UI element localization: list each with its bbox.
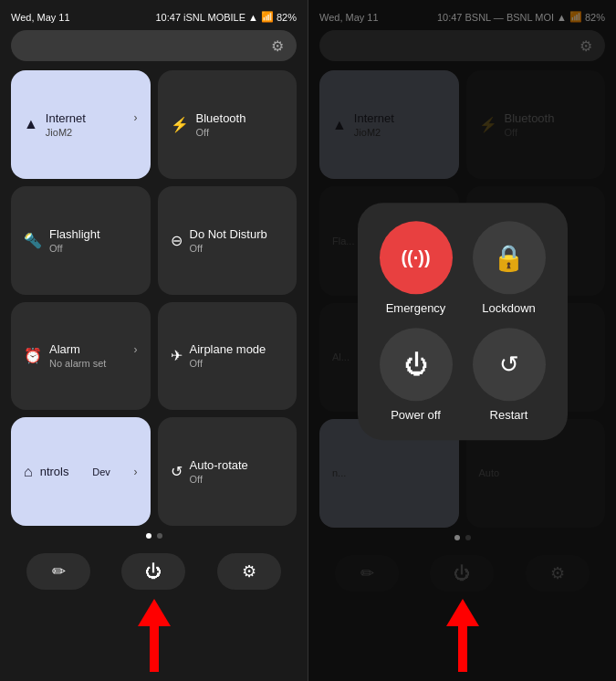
left-red-arrow [138,599,171,672]
lockdown-label: Lockdown [482,301,536,315]
tile-dnd[interactable]: ⊖ Do Not Disturb Off [158,186,298,295]
power-menu: ((·)) Emergency 🔒 Lockdown ⏻ Power off ↺ [358,203,568,440]
alarm-tile-icon: ⏰ [24,347,42,364]
left-arrow-area [11,595,297,672]
right-red-arrow [446,599,479,672]
quick-settings-grid-left: ▲ Internet › JioM2 ⚡ Bluetooth Off [11,70,297,526]
left-carrier: iSNL MOBILE [183,12,245,23]
page-dots-left [11,533,297,539]
left-status-bar: Wed, May 11 10:47 iSNL MOBILE ▲ 📶 82% [11,9,297,25]
edit-button[interactable]: ✏ [26,553,90,590]
pencil-icon: ✏ [52,561,66,581]
power-menu-poweroff[interactable]: ⏻ Power off [376,328,456,422]
left-time: 10:47 [155,12,181,23]
poweroff-icon: ⏻ [404,351,428,379]
bottom-bar-left: ✏ ⏻ ⚙ [11,546,297,595]
signal-icon: 📶 [261,11,274,23]
left-status-right: 10:47 iSNL MOBILE ▲ 📶 82% [155,11,297,23]
restart-label: Restart [490,408,528,422]
tile-autorotate[interactable]: ↺ Auto-rotate Off [158,417,298,526]
left-arrow-head [138,599,171,626]
dot-2 [157,533,162,539]
emergency-label: Emergency [386,301,446,315]
power-menu-lockdown[interactable]: 🔒 Lockdown [469,221,549,315]
tile-internet[interactable]: ▲ Internet › JioM2 [11,70,151,179]
power-button-left[interactable]: ⏻ [121,553,185,590]
lockdown-circle: 🔒 [473,221,546,294]
poweroff-label: Power off [391,408,441,422]
left-date: Wed, May 11 [11,12,70,23]
settings-button[interactable]: ⚙ [217,553,281,590]
right-arrow-head [446,599,479,626]
power-menu-emergency[interactable]: ((·)) Emergency [376,221,456,315]
emergency-circle: ((·)) [380,221,453,294]
left-phone-panel: Wed, May 11 10:47 iSNL MOBILE ▲ 📶 82% ⚙ … [0,0,308,681]
wifi-icon: ▲ [248,12,258,23]
battery-left: 82% [277,12,297,23]
tile-controls[interactable]: ⌂ ntrols Dev › [11,417,151,526]
tile-flashlight[interactable]: 🔦 Flashlight Off [11,186,151,295]
right-arrow-area [319,597,605,672]
restart-icon: ↺ [499,351,519,379]
wifi-tile-icon: ▲ [24,116,38,132]
tile-alarm[interactable]: ⏰ Alarm › No alarm set [11,302,151,411]
autorotate-tile-icon: ↺ [171,463,183,480]
gear-icon-left: ⚙ [242,561,256,581]
brightness-slider-left[interactable]: ⚙ [11,30,297,61]
airplane-tile-icon: ✈ [171,347,183,364]
dnd-tile-icon: ⊖ [171,232,183,249]
brightness-icon-left: ⚙ [271,37,284,55]
restart-circle: ↺ [473,328,546,401]
lockdown-icon: 🔒 [493,243,525,273]
power-menu-restart[interactable]: ↺ Restart [469,328,549,422]
left-arrow-shaft [150,626,159,672]
emergency-icon: ((·)) [401,247,430,268]
power-icon-left: ⏻ [145,562,162,581]
right-phone-panel: Wed, May 11 10:47 BSNL — BSNL MOI ▲ 📶 82… [308,0,616,681]
power-menu-grid: ((·)) Emergency 🔒 Lockdown ⏻ Power off ↺ [376,221,549,422]
bluetooth-tile-icon: ⚡ [171,116,189,133]
right-arrow-shaft [458,626,467,672]
tile-bluetooth[interactable]: ⚡ Bluetooth Off [158,70,298,179]
tile-airplane[interactable]: ✈ Airplane mode Off [158,302,298,411]
dot-1 [146,533,151,539]
poweroff-circle: ⏻ [380,328,453,401]
flashlight-tile-icon: 🔦 [24,232,42,249]
controls-tile-icon: ⌂ [24,464,33,480]
